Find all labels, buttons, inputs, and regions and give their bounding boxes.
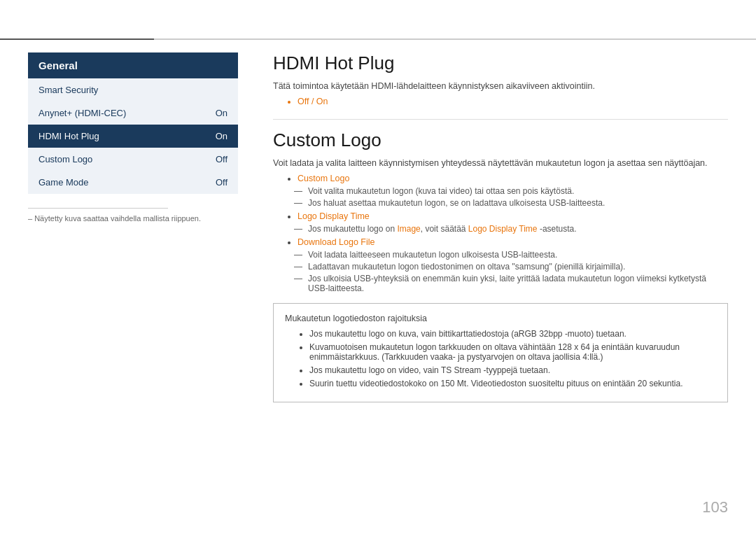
sidebar-item-custom-logo[interactable]: Custom Logo Off — [28, 148, 238, 171]
custom-logo-desc: Voit ladata ja valita laitteen käynnisty… — [273, 158, 728, 168]
custom-logo-title: Custom Logo — [273, 129, 728, 151]
logo-display-time-link: Logo Display Time — [468, 224, 538, 234]
sidebar-item-label: Game Mode — [38, 177, 89, 188]
section-separator — [273, 119, 728, 120]
top-bar — [0, 38, 756, 40]
sub-bullet-cl-2: Jos haluat asettaa mukautetun logon, se … — [308, 198, 728, 208]
sub-bullet-dlf-2: Ladattavan mukautetun logon tiedostonime… — [308, 262, 728, 272]
bullet-logo-display-time: Logo Display Time — [298, 211, 728, 221]
main-content: HDMI Hot Plug Tätä toimintoa käytetään H… — [273, 52, 728, 506]
info-box-item-2: Kuvamuotoisen mukautetun logon tarkkuude… — [309, 342, 716, 362]
top-bar-light — [154, 38, 756, 40]
sidebar-item-value: Off — [216, 154, 227, 164]
bullet-download-logo-file: Download Logo File — [298, 237, 728, 247]
hdmi-option: Off / On — [298, 97, 728, 106]
sidebar-item-value: On — [216, 131, 227, 141]
bullet-download-logo-file-label: Download Logo File — [298, 237, 375, 247]
hdmi-section-title: HDMI Hot Plug — [273, 52, 728, 74]
image-link: Image — [397, 224, 420, 234]
info-box-item-3: Jos mukautettu logo on video, vain TS St… — [309, 365, 716, 375]
bullet-logo-display-time-label: Logo Display Time — [298, 211, 370, 221]
sidebar: General Smart Security Anynet+ (HDMI-CEC… — [28, 52, 238, 223]
sidebar-item-label: Custom Logo — [38, 154, 92, 164]
sidebar-divider — [28, 208, 168, 209]
sidebar-item-game-mode[interactable]: Game Mode Off — [28, 171, 238, 194]
sidebar-item-hdmi-hot-plug[interactable]: HDMI Hot Plug On — [28, 125, 238, 148]
info-box-item-4: Suurin tuettu videotiedostokoko on 150 M… — [309, 379, 716, 388]
sidebar-item-value: On — [216, 108, 227, 118]
info-box: Mukautetun logotiedoston rajoituksia Jos… — [273, 303, 728, 402]
sidebar-item-anynet[interactable]: Anynet+ (HDMI-CEC) On — [28, 101, 238, 125]
page-number: 103 — [702, 498, 728, 517]
info-box-item-1: Jos mukautettu logo on kuva, vain bittik… — [309, 329, 716, 339]
sub-bullet-cl-1: Voit valita mukautetun logon (kuva tai v… — [308, 186, 728, 196]
hdmi-section-desc: Tätä toimintoa käytetään HDMI-lähdelaitt… — [273, 81, 728, 91]
sidebar-item-label: HDMI Hot Plug — [38, 131, 99, 141]
sidebar-item-label: Anynet+ (HDMI-CEC) — [38, 108, 126, 118]
bullet-custom-logo-label: Custom Logo — [298, 174, 349, 183]
sidebar-item-label: Smart Security — [38, 85, 98, 95]
sub-bullet-ldt-1: Jos mukautettu logo on Image, voit säätä… — [308, 224, 728, 234]
sub-bullet-dlf-3: Jos ulkoisia USB-yhteyksiä on enemmän ku… — [308, 274, 728, 293]
sidebar-item-value: Off — [216, 177, 227, 188]
sub-bullet-dlf-1: Voit ladata laitteeseen mukautetun logon… — [308, 250, 728, 260]
sidebar-item-smart-security[interactable]: Smart Security — [28, 78, 238, 101]
info-box-title: Mukautetun logotiedoston rajoituksia — [285, 314, 716, 323]
bullet-custom-logo: Custom Logo — [298, 174, 728, 183]
sidebar-header: General — [28, 52, 238, 78]
top-bar-dark — [0, 38, 154, 40]
sidebar-note: – Näytetty kuva saattaa vaihdella mallis… — [28, 214, 238, 223]
